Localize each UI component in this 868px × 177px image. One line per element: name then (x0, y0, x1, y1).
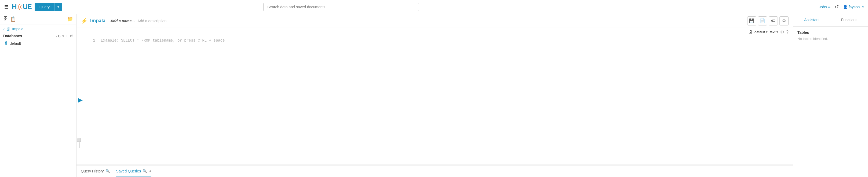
logo-ue-icon: UE (23, 3, 31, 11)
code-placeholder-text: Example: SELECT * FROM tablename, or pre… (101, 38, 225, 43)
code-editor[interactable]: ▶ 1 Example: SELECT * FROM tablename, or… (76, 36, 793, 164)
sidebar-item-default[interactable]: 🗄 default (3, 40, 73, 47)
user-icon: 👤 (843, 5, 847, 9)
jobs-button[interactable]: Jobs ≡ (819, 5, 830, 9)
query-dropdown-button[interactable]: ▾ (55, 3, 62, 11)
line-divider (79, 142, 81, 148)
new-document-button[interactable]: 📄 (758, 16, 767, 26)
expand-controls: ⬜ (77, 138, 81, 148)
username-label: fayson_c (849, 5, 864, 9)
code-line-1: 1 Example: SELECT * FROM tablename, or p… (87, 38, 788, 43)
sidebar-back-button[interactable]: ‹ 🗄 Impala (3, 27, 73, 31)
svg-point-0 (19, 6, 21, 8)
user-menu[interactable]: 👤 fayson_c (843, 5, 864, 9)
jobs-label: Jobs (819, 5, 827, 9)
settings-icon: ⚙ (782, 18, 786, 23)
sidebar: 🗄 📋 📁 ‹ 🗄 Impala Databases (1) ▾ + (0, 14, 76, 177)
query-history-label: Query History (81, 169, 104, 173)
search-input[interactable] (263, 3, 419, 11)
svg-line-5 (18, 5, 18, 6)
controls-help-icon[interactable]: ? (786, 30, 788, 35)
svg-line-7 (21, 5, 22, 6)
jobs-icon: ≡ (828, 5, 830, 9)
right-panel-content: Tables No tables identified. (793, 27, 868, 44)
database-selector[interactable]: default ▾ (754, 30, 768, 34)
new-doc-icon: 📄 (760, 18, 765, 23)
expand-button[interactable]: ⬜ (77, 138, 81, 142)
run-query-button[interactable]: ▶ (77, 96, 84, 105)
tab-assistant[interactable]: Assistant (793, 14, 831, 26)
tab-query-history[interactable]: Query History 🔍 (81, 166, 110, 176)
navbar: ☰ H UE Query ▾ Jobs ≡ (0, 0, 868, 14)
type-label: text (770, 30, 775, 34)
db-icon: 🗄 (748, 30, 752, 35)
no-tables-text: No tables identified. (798, 37, 864, 41)
right-panel: Assistant Functions Tables No tables ide… (793, 14, 868, 177)
query-history-search-icon[interactable]: 🔍 (105, 169, 110, 173)
sidebar-count: (1) (56, 34, 61, 38)
save-button[interactable]: 💾 (747, 16, 756, 26)
history-icon[interactable]: ↺ (835, 4, 839, 10)
db-label: default (754, 30, 765, 34)
nav-right-area: Jobs ≡ ↺ 👤 fayson_c (819, 4, 864, 10)
tables-section-title: Tables (798, 30, 864, 35)
editor-engine-icon: ⚡ (81, 18, 88, 24)
editor-toolbar-right: 💾 📄 🏷 ⚙ (747, 16, 788, 26)
sidebar-section-title: Databases (3, 34, 22, 38)
sidebar-refresh-icon[interactable]: ↺ (70, 34, 73, 38)
svg-line-8 (18, 8, 18, 9)
editor-desc-field[interactable]: Add a description... (137, 19, 169, 23)
saved-queries-search-icon[interactable]: 🔍 (143, 169, 147, 173)
line-number-1: 1 (87, 38, 95, 43)
editor-settings-button[interactable]: ⚙ (779, 16, 788, 26)
editor-name-field[interactable]: Add a name... (110, 19, 135, 23)
sidebar-add-icon[interactable]: + (66, 34, 68, 38)
logo-gear-icon (17, 4, 23, 10)
sidebar-doc-icon[interactable]: 📋 (10, 16, 16, 22)
bottom-tabs: Query History 🔍 Saved Queries 🔍 ↺ (76, 165, 793, 177)
tab-functions[interactable]: Functions (831, 14, 868, 26)
main-layout: 🗄 📋 📁 ‹ 🗄 Impala Databases (1) ▾ + (0, 14, 868, 177)
editor-toolbar: ⚡ Impala Add a name... Add a description… (76, 14, 793, 28)
editor-controls-bar: 🗄 default ▾ text ▾ ⚙ ? (76, 28, 793, 36)
tag-button[interactable]: 🏷 (769, 16, 778, 26)
assistant-tab-label: Assistant (804, 18, 819, 22)
app-logo: H UE (12, 3, 31, 11)
query-button-group: Query ▾ (35, 3, 62, 11)
sidebar-item-label: default (10, 41, 21, 45)
sidebar-section-meta: (1) ▾ + ↺ (56, 34, 73, 38)
right-panel-tabs: Assistant Functions (793, 14, 868, 27)
hamburger-icon[interactable]: ☰ (4, 4, 8, 10)
query-main-button[interactable]: Query (35, 3, 55, 11)
saved-queries-refresh-icon[interactable]: ↺ (148, 169, 151, 173)
db-dropdown-icon: ▾ (766, 30, 768, 34)
saved-queries-label: Saved Queries (116, 169, 141, 173)
sidebar-engine-icon: 🗄 (6, 27, 10, 31)
type-dropdown-icon: ▾ (776, 30, 778, 34)
sidebar-section-header: Databases (1) ▾ + ↺ (3, 34, 73, 38)
sidebar-engine-label: Impala (12, 27, 23, 31)
logo-h-icon: H (12, 3, 17, 11)
type-selector[interactable]: text ▾ (770, 30, 778, 34)
sidebar-db-icon[interactable]: 🗄 (3, 16, 8, 22)
functions-tab-label: Functions (841, 18, 858, 22)
editor-engine-name: Impala (90, 18, 105, 24)
global-search-bar (263, 3, 419, 11)
tab-saved-queries[interactable]: Saved Queries 🔍 ↺ (116, 166, 152, 176)
sidebar-back-label: 🗄 Impala (6, 27, 23, 31)
save-icon: 💾 (749, 18, 754, 23)
svg-line-6 (21, 8, 22, 9)
sidebar-top-bar: 🗄 📋 📁 (0, 14, 76, 25)
back-arrow-icon: ‹ (3, 27, 5, 31)
tag-icon: 🏷 (771, 19, 775, 23)
sidebar-filter-icon[interactable]: ▾ (62, 34, 64, 38)
controls-settings-icon[interactable]: ⚙ (780, 30, 784, 35)
sidebar-folder-icon[interactable]: 📁 (67, 16, 73, 22)
sidebar-item-db-icon: 🗄 (3, 41, 7, 46)
center-editor-area: ⚡ Impala Add a name... Add a description… (76, 14, 793, 177)
sidebar-content: ‹ 🗄 Impala Databases (1) ▾ + ↺ 🗄 default (0, 25, 76, 177)
